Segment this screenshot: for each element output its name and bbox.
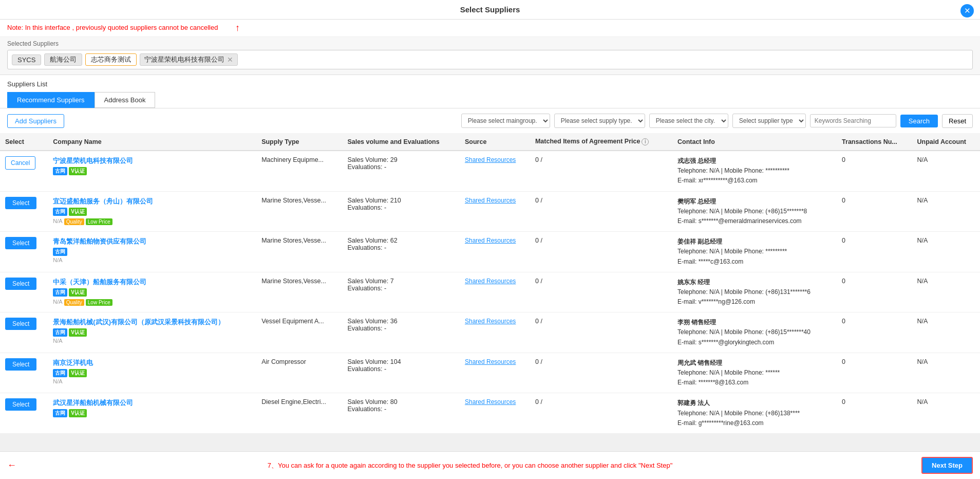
company-name[interactable]: 中采（天津）船舶服务有限公司 bbox=[53, 278, 251, 287]
contact-name: 郭建勇 法人 bbox=[677, 398, 832, 408]
company-name[interactable]: 宁波星荣机电科技有限公司 bbox=[53, 156, 251, 165]
shared-resources-link[interactable]: Shared Resources bbox=[465, 197, 516, 204]
company-name[interactable]: 景海船舶机械(武汉)有限公司（原武汉采景科技有限公司） bbox=[53, 318, 251, 327]
company-badges: 古网 bbox=[53, 248, 251, 256]
suppliers-table: SelectCompany NameSupply TypeSales volum… bbox=[0, 133, 980, 434]
next-step-button[interactable]: Next Step bbox=[921, 457, 973, 459]
unpaid-account-cell: N/A bbox=[912, 151, 980, 191]
selected-tag: SYCS bbox=[12, 54, 41, 65]
selected-suppliers-bar: Selected Suppliers SYCS航海公司志芯商务测试宁波星荣机电科… bbox=[0, 37, 980, 75]
tab-button[interactable]: Address Book bbox=[95, 92, 156, 108]
table-header-company-name: Company Name bbox=[48, 133, 256, 151]
source-cell: Shared Resources bbox=[460, 232, 530, 272]
select-button[interactable]: Select bbox=[5, 398, 36, 411]
company-name[interactable]: 武汉星洋船舶机械有限公司 bbox=[53, 398, 251, 408]
search-button[interactable]: Search bbox=[900, 115, 938, 127]
contact-name: 周允武 销售经理 bbox=[677, 358, 832, 368]
rating-label: N/A bbox=[53, 338, 251, 344]
contact-info-cell: 樊明军 总经理 Telephone: N/A | Mobile Phone: (… bbox=[672, 191, 837, 232]
reset-button[interactable]: Reset bbox=[942, 114, 973, 128]
table-row: Select 南京泛洋机电 古网V认证 N/A Air CompressorSa… bbox=[0, 353, 980, 393]
contact-tel: Telephone: N/A | Mobile Phone: (+86)15**… bbox=[677, 207, 832, 216]
keywords-input[interactable] bbox=[810, 114, 896, 127]
close-button[interactable]: ✕ bbox=[960, 4, 974, 17]
company-name-cell: 武汉星洋船舶机械有限公司 古网V认证 bbox=[48, 393, 256, 434]
badge-v: V认证 bbox=[69, 288, 87, 297]
shared-resources-link[interactable]: Shared Resources bbox=[465, 358, 516, 365]
add-suppliers-button[interactable]: Add Suppliers bbox=[7, 114, 64, 128]
contact-tel: Telephone: N/A | Mobile Phone: *********… bbox=[677, 166, 832, 176]
matched-items-cell: 0 / bbox=[530, 191, 672, 232]
tab-button[interactable]: Recommend Suppliers bbox=[7, 92, 95, 108]
company-name[interactable]: 青岛繁洋船舶物资供应有限公司 bbox=[53, 237, 251, 246]
select-button[interactable]: Select bbox=[5, 197, 36, 209]
company-name[interactable]: 南京泛洋机电 bbox=[53, 358, 251, 367]
action-cell: Select bbox=[0, 393, 48, 434]
select-button[interactable]: Select bbox=[5, 278, 36, 290]
sales-volume-cell: Sales Volume: 7Evaluations: - bbox=[342, 272, 460, 312]
selected-suppliers-label: Selected Suppliers bbox=[7, 40, 973, 47]
badge-quality: Quality bbox=[64, 218, 84, 225]
company-name[interactable]: 宜迈盛船舶服务（舟山）有限公司 bbox=[53, 197, 251, 206]
select-button[interactable]: Select bbox=[5, 318, 36, 330]
cancel-button[interactable]: Cancel bbox=[5, 156, 35, 170]
matched-items-cell: 0 / bbox=[530, 353, 672, 393]
shared-resources-link[interactable]: Shared Resources bbox=[465, 237, 516, 244]
rating-na-label: N/A bbox=[53, 218, 62, 224]
contact-email: E-mail: *****c@163.com bbox=[677, 257, 832, 267]
contact-info: 姜佳祥 副总经理 Telephone: N/A | Mobile Phone: … bbox=[677, 237, 832, 267]
transactions-cell: 0 bbox=[837, 272, 912, 312]
action-cell: Select bbox=[0, 312, 48, 353]
contact-info-cell: 李朔 销售经理 Telephone: N/A | Mobile Phone: (… bbox=[672, 312, 837, 353]
table-header-matched-items-of-agreement-price: Matched Items of Agreement Pricei bbox=[530, 133, 672, 151]
supply-type-cell: Air Compressor bbox=[256, 353, 342, 393]
tag-remove-icon[interactable]: ✕ bbox=[227, 56, 233, 64]
unpaid-account-cell: N/A bbox=[912, 232, 980, 272]
evaluations: Evaluations: - bbox=[347, 365, 455, 373]
contact-info: 樊明军 总经理 Telephone: N/A | Mobile Phone: (… bbox=[677, 197, 832, 227]
action-cell: Cancel bbox=[0, 151, 48, 191]
badge-blue: 古网 bbox=[53, 369, 67, 377]
shared-resources-link[interactable]: Shared Resources bbox=[465, 278, 516, 285]
contact-info-cell: 周允武 销售经理 Telephone: N/A | Mobile Phone: … bbox=[672, 353, 837, 393]
selected-tag-removable[interactable]: 宁波星荣机电科技有限公司✕ bbox=[140, 53, 238, 66]
note-text: Note: In this interface , previously quo… bbox=[7, 24, 218, 31]
company-name-cell: 宜迈盛船舶服务（舟山）有限公司 古网V认证 N/AQualityLow Pric… bbox=[48, 191, 256, 232]
tag-label: 宁波星荣机电科技有限公司 bbox=[144, 55, 224, 64]
shared-resources-link[interactable]: Shared Resources bbox=[465, 398, 516, 406]
city-select[interactable]: Please select the city. bbox=[649, 114, 728, 128]
select-button[interactable]: Select bbox=[5, 237, 36, 249]
evaluations: Evaluations: - bbox=[347, 406, 455, 413]
matched-items-cell: 0 / bbox=[530, 232, 672, 272]
table-header-source: Source bbox=[460, 133, 530, 151]
info-icon[interactable]: i bbox=[642, 138, 649, 145]
unpaid-account-cell: N/A bbox=[912, 312, 980, 353]
company-badges: 古网V认证 bbox=[53, 369, 251, 377]
badge-blue: 古网 bbox=[53, 208, 67, 216]
maingroup-select[interactable]: Please select maingroup. bbox=[461, 114, 550, 128]
supply-type-select[interactable]: Please select supply type. bbox=[554, 114, 645, 128]
contact-tel: Telephone: N/A | Mobile Phone: (+86)131*… bbox=[677, 287, 832, 297]
sales-volume-cell: Sales Volume: 29Evaluations: - bbox=[342, 151, 460, 191]
contact-name: 李朔 销售经理 bbox=[677, 318, 832, 327]
transactions-cell: 0 bbox=[837, 151, 912, 191]
sales-volume-cell: Sales Volume: 36Evaluations: - bbox=[342, 312, 460, 353]
shared-resources-link[interactable]: Shared Resources bbox=[465, 156, 516, 163]
table-header-select: Select bbox=[0, 133, 48, 151]
matched-items-cell: 0 / bbox=[530, 272, 672, 312]
contact-email: E-mail: g*********rine@163.com bbox=[677, 418, 832, 428]
matched-items-cell: 0 / bbox=[530, 312, 672, 353]
select-button[interactable]: Select bbox=[5, 358, 36, 371]
evaluations: Evaluations: - bbox=[347, 244, 455, 251]
table-header-transactions-nu...: Transactions Nu... bbox=[837, 133, 912, 151]
evaluations: Evaluations: - bbox=[347, 325, 455, 332]
shared-resources-link[interactable]: Shared Resources bbox=[465, 318, 516, 325]
supplier-type-select[interactable]: Select supplier type bbox=[732, 114, 806, 128]
badge-blue: 古网 bbox=[53, 167, 67, 175]
sales-volume-cell: Sales Volume: 210Evaluations: - bbox=[342, 191, 460, 232]
badge-v: V认证 bbox=[69, 369, 87, 377]
evaluations: Evaluations: - bbox=[347, 285, 455, 292]
sales-volume: Sales Volume: 36 bbox=[347, 318, 455, 325]
sales-volume-cell: Sales Volume: 80Evaluations: - bbox=[342, 393, 460, 434]
company-badges: 古网V认证 bbox=[53, 328, 251, 337]
